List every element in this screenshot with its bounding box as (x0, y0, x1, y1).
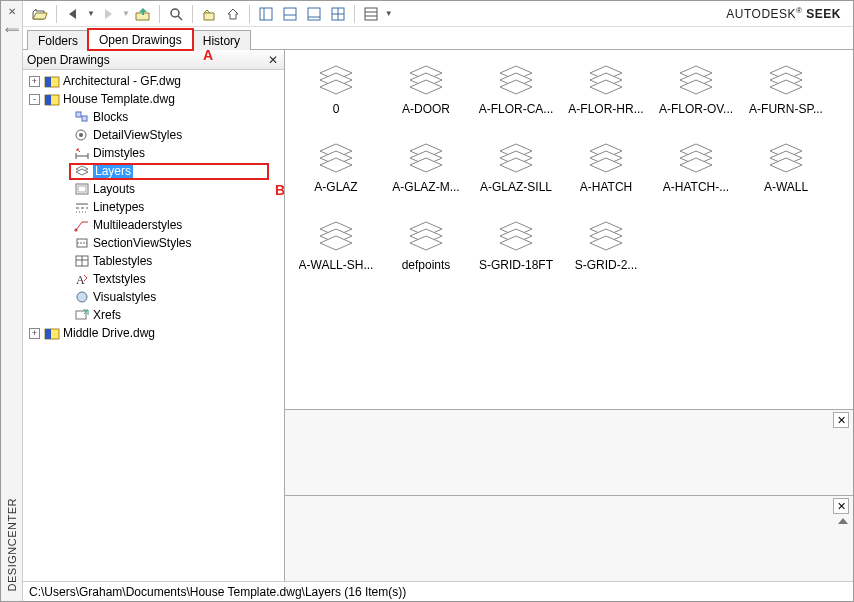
layer-item[interactable]: A-HATCH (563, 140, 649, 194)
layer-item[interactable]: S-GRID-18FT (473, 218, 559, 272)
layer-grid[interactable]: 0A-DOORA-FLOR-CA...A-FLOR-HR...A-FLOR-OV… (285, 50, 853, 409)
tree-node[interactable]: Visualstyles (23, 288, 284, 306)
views-button[interactable] (360, 4, 382, 24)
layer-item[interactable]: 0 (293, 62, 379, 116)
tab-bar: FoldersOpen DrawingsHistoryA (23, 27, 853, 49)
status-bar: C:\Users\Graham\Documents\House Template… (23, 581, 853, 601)
svg-rect-2 (260, 8, 272, 20)
layer-item[interactable]: A-HATCH-... (653, 140, 739, 194)
tree-node[interactable]: ATextstyles (23, 270, 284, 288)
layer-item[interactable]: A-FLOR-CA... (473, 62, 559, 116)
svg-rect-41 (45, 329, 51, 339)
layer-label: S-GRID-18FT (479, 258, 553, 272)
content-pane: 0A-DOORA-FLOR-CA...A-FLOR-HR...A-FLOR-OV… (285, 50, 853, 581)
expand-icon[interactable]: + (29, 76, 40, 87)
collapse-icon[interactable]: - (29, 94, 40, 105)
svg-rect-38 (76, 311, 86, 319)
tree-node-label: Tablestyles (93, 254, 152, 268)
layer-item[interactable]: A-GLAZ (293, 140, 379, 194)
twist-spacer (59, 112, 70, 123)
tree-node[interactable]: -House Template.dwg (23, 90, 284, 108)
search-button[interactable] (165, 4, 187, 24)
dwg-icon (44, 73, 60, 89)
tab-history[interactable]: History (192, 30, 251, 50)
layers-icon (406, 140, 446, 176)
layer-item[interactable]: A-DOOR (383, 62, 469, 116)
forward-dropdown[interactable]: ▼ (121, 9, 130, 18)
tree-node[interactable]: Blocks (23, 108, 284, 126)
drawing-tree[interactable]: +Architectural - GF.dwg-House Template.d… (23, 70, 284, 581)
layer-item[interactable]: A-FLOR-HR... (563, 62, 649, 116)
layer-item[interactable]: defpoints (383, 218, 469, 272)
palette-title: DESIGNCENTER (6, 498, 18, 591)
tree-node[interactable]: Tablestyles (23, 252, 284, 270)
tab-folders[interactable]: Folders (27, 30, 89, 50)
layers-icon (586, 140, 626, 176)
tree-node[interactable]: +Architectural - GF.dwg (23, 72, 284, 90)
tree-toggle-button[interactable] (255, 4, 277, 24)
forward-button[interactable] (97, 4, 119, 24)
layer-item[interactable]: A-FURN-SP... (743, 62, 829, 116)
layers-icon (676, 140, 716, 176)
load-button[interactable] (29, 4, 51, 24)
svg-point-30 (75, 229, 78, 232)
layer-item[interactable]: A-GLAZ-SILL (473, 140, 559, 194)
tree-node[interactable]: Layouts (23, 180, 284, 198)
back-dropdown[interactable]: ▼ (86, 9, 95, 18)
views-dropdown[interactable]: ▼ (384, 9, 393, 18)
layer-label: A-GLAZ-SILL (480, 180, 552, 194)
palette-rail: ✕ ⟸ DESIGNCENTER (1, 1, 23, 601)
svg-rect-4 (284, 8, 296, 20)
expand-icon[interactable]: + (29, 328, 40, 339)
layer-label: A-FLOR-CA... (479, 102, 554, 116)
layers-icon (586, 218, 626, 254)
tree-node-label: Middle Drive.dwg (63, 326, 155, 340)
layer-label: A-FURN-SP... (749, 102, 823, 116)
back-button[interactable] (62, 4, 84, 24)
up-button[interactable] (132, 4, 154, 24)
preview-toggle-button[interactable] (279, 4, 301, 24)
tree-node[interactable]: SectionViewStyles (23, 234, 284, 252)
layers-icon (406, 62, 446, 98)
favorites-button[interactable] (198, 4, 220, 24)
layers-icon (766, 62, 806, 98)
home-button[interactable] (222, 4, 244, 24)
tree-node-label: House Template.dwg (63, 92, 175, 106)
tab-open-drawings[interactable]: Open Drawings (88, 29, 193, 50)
layer-item[interactable]: A-FLOR-OV... (653, 62, 739, 116)
brand-prefix: AUTODESK (726, 7, 796, 21)
preview-close-icon[interactable]: ✕ (833, 412, 849, 428)
layers-icon (496, 218, 536, 254)
layer-item[interactable]: A-WALL-SH... (293, 218, 379, 272)
tree-node[interactable]: DetailViewStyles (23, 126, 284, 144)
layer-label: A-HATCH (580, 180, 632, 194)
tree-node[interactable]: Dimstyles (23, 144, 284, 162)
tree-pane-title: Open Drawings (27, 53, 110, 67)
tree-node[interactable]: Xrefs (23, 306, 284, 324)
xref-icon (74, 307, 90, 323)
layers-icon (316, 140, 356, 176)
layer-item[interactable]: S-GRID-2... (563, 218, 649, 272)
tree-node[interactable]: Linetypes (23, 198, 284, 216)
layer-label: A-GLAZ (314, 180, 357, 194)
layouts-icon (74, 181, 90, 197)
separator (56, 5, 57, 23)
pin-icon[interactable]: ⟸ (5, 23, 19, 37)
twist-spacer (59, 310, 70, 321)
layer-item[interactable]: A-WALL (743, 140, 829, 194)
description-close-icon[interactable]: ✕ (833, 498, 849, 514)
tree-pane-close-icon[interactable]: ✕ (266, 53, 280, 67)
tree-node[interactable]: +Middle Drive.dwg (23, 324, 284, 342)
layer-label: A-FLOR-HR... (568, 102, 643, 116)
tree-node[interactable]: Multileaderstyles (23, 216, 284, 234)
tree-node-label: Xrefs (93, 308, 121, 322)
tree-node-label: Blocks (93, 110, 128, 124)
tree-pane: Open Drawings ✕ +Architectural - GF.dwg-… (23, 50, 285, 581)
description-toggle-button[interactable] (303, 4, 325, 24)
layer-item[interactable]: A-GLAZ-M... (383, 140, 469, 194)
close-icon[interactable]: ✕ (5, 5, 19, 19)
tree-node-label: Architectural - GF.dwg (63, 74, 181, 88)
tree-node[interactable]: Layers (23, 162, 284, 180)
layout-toggle-button[interactable] (327, 4, 349, 24)
work-area: Open Drawings ✕ +Architectural - GF.dwg-… (23, 49, 853, 581)
